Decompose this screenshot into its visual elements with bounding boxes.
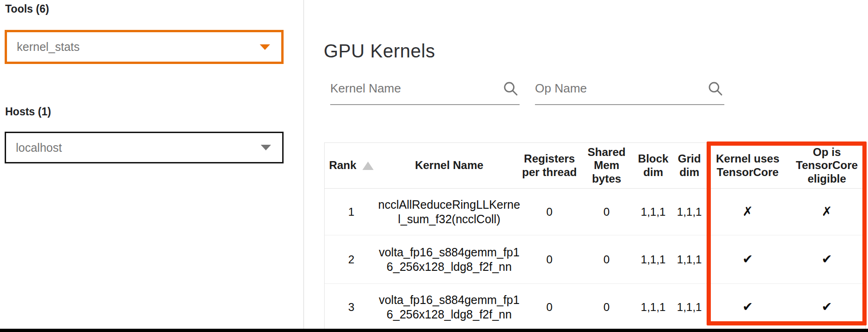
op-name-filter — [535, 73, 724, 105]
cell-op-tensorcore-eligible: ✔ — [789, 284, 866, 331]
search-icon — [502, 80, 520, 98]
gpu-kernels-table: Rank Kernel Name Registers per thread Sh… — [324, 142, 866, 331]
cell-shared-mem-bytes: 0 — [579, 284, 635, 331]
table-row: 3 volta_fp16_s884gemm_fp16_256x128_ldg8_… — [325, 284, 866, 331]
cell-shared-mem-bytes: 0 — [579, 189, 635, 235]
cell-registers-per-thread: 0 — [521, 235, 579, 284]
tools-select[interactable]: kernel_stats — [5, 30, 284, 64]
cell-kernel-uses-tensorcore: ✗ — [707, 189, 789, 235]
cell-rank: 1 — [325, 189, 378, 235]
column-header-op-tensorcore-eligible[interactable]: Op is TensorCore eligible — [789, 143, 866, 189]
column-header-block-dim[interactable]: Block dim — [635, 143, 672, 189]
cell-block-dim: 1,1,1 — [635, 235, 672, 284]
cell-op-tensorcore-eligible: ✔ — [789, 235, 866, 284]
column-header-rank-label: Rank — [329, 159, 356, 172]
cell-kernel-name: volta_fp16_s884gemm_fp16_256x128_ldg8_f2… — [378, 284, 521, 331]
cell-kernel-name: ncclAllReduceRingLLKernel_sum_f32(ncclCo… — [378, 189, 521, 235]
cell-grid-dim: 1,1,1 — [672, 235, 707, 284]
search-icon — [707, 80, 724, 98]
bottom-window-edge — [0, 329, 868, 332]
chevron-down-icon — [261, 145, 271, 150]
cell-registers-per-thread: 0 — [521, 189, 579, 235]
tools-select-value: kernel_stats — [17, 40, 260, 54]
column-header-shared-mem-bytes[interactable]: Shared Mem bytes — [579, 143, 635, 189]
hosts-select-value: localhost — [16, 141, 261, 155]
sort-ascending-icon — [362, 162, 374, 170]
column-header-kernel-uses-tensorcore[interactable]: Kernel uses TensorCore — [707, 143, 789, 189]
cell-shared-mem-bytes: 0 — [579, 235, 635, 284]
tools-label: Tools (6) — [5, 3, 49, 15]
column-header-grid-dim[interactable]: Grid dim — [672, 143, 707, 189]
chevron-down-icon — [260, 44, 270, 50]
hosts-select[interactable]: localhost — [5, 132, 284, 163]
table-row: 2 volta_fp16_s884gemm_fp16_256x128_ldg8_… — [325, 235, 866, 284]
cell-kernel-name: volta_fp16_s884gemm_fp16_256x128_ldg8_f2… — [378, 235, 521, 284]
cell-rank: 2 — [325, 235, 378, 284]
cell-block-dim: 1,1,1 — [635, 189, 672, 235]
column-header-registers-per-thread[interactable]: Registers per thread — [521, 143, 579, 189]
cell-kernel-uses-tensorcore: ✔ — [707, 235, 789, 284]
cell-op-tensorcore-eligible: ✗ — [789, 189, 866, 235]
hosts-label: Hosts (1) — [5, 106, 51, 118]
cell-block-dim: 1,1,1 — [635, 284, 672, 331]
sidebar-divider — [303, 0, 304, 329]
cell-grid-dim: 1,1,1 — [672, 284, 707, 331]
column-header-rank[interactable]: Rank — [325, 143, 378, 189]
cell-registers-per-thread: 0 — [521, 284, 579, 331]
cell-rank: 3 — [325, 284, 378, 331]
cell-grid-dim: 1,1,1 — [672, 189, 707, 235]
column-header-kernel-name[interactable]: Kernel Name — [378, 143, 521, 189]
op-name-search-input[interactable] — [535, 81, 704, 96]
kernel-name-search-input[interactable] — [330, 81, 499, 96]
page-title: GPU Kernels — [324, 41, 435, 62]
cell-kernel-uses-tensorcore: ✔ — [707, 284, 789, 331]
kernel-name-filter — [330, 73, 520, 105]
table-row: 1 ncclAllReduceRingLLKernel_sum_f32(nccl… — [325, 189, 866, 235]
table-header-row: Rank Kernel Name Registers per thread Sh… — [325, 143, 866, 189]
